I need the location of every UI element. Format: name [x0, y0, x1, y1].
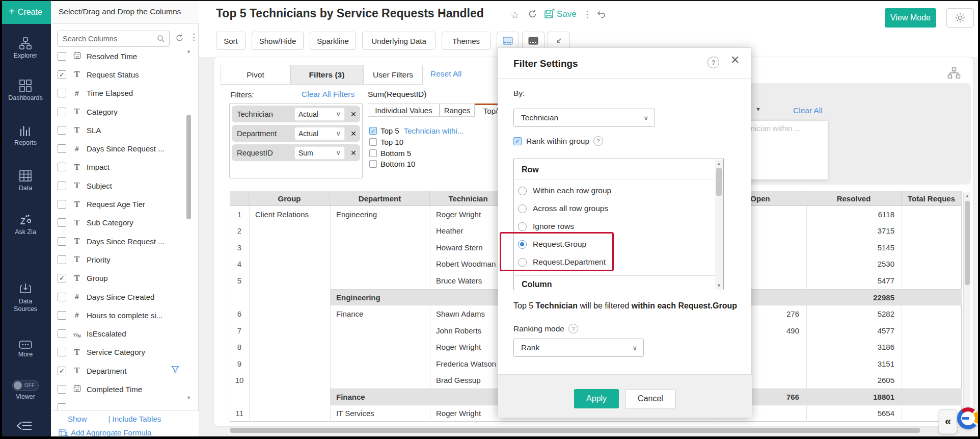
subtab-individual-values[interactable]: Individual Values: [368, 104, 440, 117]
sidebar-item-data[interactable]: Data: [0, 169, 51, 192]
modal-help-icon[interactable]: ?: [707, 57, 719, 68]
view-mode-button[interactable]: View Mode: [885, 8, 936, 28]
column-checkbox[interactable]: [58, 89, 66, 97]
column-item[interactable]: 17Resolved Time: [51, 47, 184, 65]
column-item[interactable]: TSubject: [51, 176, 184, 195]
column-item[interactable]: ✓TDepartment: [51, 361, 184, 380]
column-item[interactable]: TSub Category: [51, 214, 184, 232]
table-vertical-scrollbar[interactable]: ▲: [963, 192, 970, 422]
option-bottom-10[interactable]: Bottom 10: [369, 160, 415, 168]
column-checkbox[interactable]: [58, 403, 66, 410]
save-button[interactable]: * Save: [544, 9, 577, 20]
option-bottom-5[interactable]: Bottom 5: [369, 149, 411, 158]
cancel-button[interactable]: Cancel: [625, 389, 676, 408]
column-item[interactable]: 17Completed Time: [51, 380, 184, 398]
rank-within-group-checkbox[interactable]: ✓Rank within group?: [513, 136, 603, 146]
ranking-mode-select[interactable]: Rank∨: [513, 339, 644, 357]
column-checkbox[interactable]: [58, 182, 66, 190]
option-link[interactable]: Technician withi...: [404, 126, 464, 135]
toolbar-sort-button[interactable]: Sort: [216, 32, 246, 50]
refresh-icon[interactable]: [528, 9, 537, 21]
column-checkbox[interactable]: [58, 348, 66, 356]
column-checkbox[interactable]: [58, 293, 66, 301]
option-top-5[interactable]: ✓Top 5Technician withi...: [369, 126, 464, 135]
column-checkbox[interactable]: [58, 329, 66, 338]
column-item[interactable]: #Days Since Request ...: [51, 140, 184, 158]
rank-help-icon[interactable]: ?: [593, 136, 603, 146]
table-horizontal-scrollbar[interactable]: [230, 427, 962, 433]
reset-all-link[interactable]: Reset All: [430, 69, 461, 79]
column-item[interactable]: #Time Elapsed: [51, 84, 184, 102]
radio-ignore-rows[interactable]: Ignore rows: [518, 221, 574, 231]
sidebar-item-explorer[interactable]: Explorer: [0, 37, 51, 60]
chip-agg-select[interactable]: Actual∨: [294, 127, 345, 140]
tab-filters[interactable]: Filters (3): [290, 65, 363, 85]
sidebar-item-datasources[interactable]: DataSources: [0, 281, 51, 313]
column-checkbox[interactable]: [58, 385, 66, 394]
chip-agg-select[interactable]: Sum∨: [294, 146, 345, 160]
column-item[interactable]: TRequest Age Tier: [51, 195, 184, 213]
sidebar-item-more[interactable]: More: [0, 341, 51, 358]
collapse-rail-icon[interactable]: [15, 418, 35, 435]
apply-button[interactable]: Apply: [574, 389, 619, 408]
toolbar-sparkline-button[interactable]: Sparkline: [310, 32, 356, 50]
column-item[interactable]: TService Category: [51, 343, 184, 361]
columns-kebab-icon[interactable]: ⋮: [189, 32, 198, 42]
show-link[interactable]: Show: [68, 415, 87, 423]
column-checkbox[interactable]: [58, 108, 66, 116]
dropdown-caret-icon[interactable]: ▼: [755, 106, 761, 112]
sidebar-item-reports[interactable]: Reports: [0, 124, 51, 147]
undo-icon[interactable]: [596, 9, 606, 22]
by-select[interactable]: Technician∨: [513, 109, 655, 127]
column-item[interactable]: TDays Since Request ...: [51, 232, 184, 250]
include-tables-link[interactable]: | Include Tables: [108, 415, 161, 423]
column-item[interactable]: #Days Since Created: [51, 288, 184, 306]
hierarchy-icon[interactable]: [947, 67, 961, 81]
add-aggregate-row[interactable]: Σ Add Aggregate Formula: [51, 427, 199, 438]
filter-funnel-icon[interactable]: [171, 366, 179, 376]
sidebar-item-dashboards[interactable]: Dashboards: [0, 79, 51, 102]
radio-across-all-row-groups[interactable]: Across all row groups: [518, 203, 608, 214]
column-checkbox[interactable]: [58, 311, 66, 320]
column-checkbox[interactable]: [58, 144, 66, 153]
more-options-icon[interactable]: ⋮: [583, 9, 591, 20]
option-top-10[interactable]: Top 10: [369, 138, 403, 146]
column-checkbox[interactable]: [58, 255, 66, 264]
modal-close-icon[interactable]: ✕: [730, 54, 740, 67]
column-item[interactable]: TPriority: [51, 250, 184, 269]
column-checkbox[interactable]: [58, 218, 66, 227]
column-item[interactable]: [51, 399, 184, 410]
column-item[interactable]: ✓TGroup: [51, 269, 184, 288]
ranking-help-icon[interactable]: ?: [568, 324, 578, 333]
tab-pivot[interactable]: Pivot: [221, 65, 290, 85]
toolbar-show-hide-button[interactable]: Show/Hide: [252, 32, 304, 50]
column-checkbox[interactable]: [58, 126, 66, 135]
create-button[interactable]: + Create: [0, 0, 51, 24]
chip-remove-icon[interactable]: ✕: [350, 130, 357, 138]
column-item[interactable]: TCategory: [51, 102, 184, 121]
clear-all-filters-link[interactable]: Clear All Filters: [302, 90, 355, 99]
column-item[interactable]: TSLA: [51, 121, 184, 139]
column-item[interactable]: TImpact: [51, 158, 184, 176]
radio-request-group[interactable]: Request.Group: [518, 239, 586, 249]
favorite-star-icon[interactable]: ☆: [510, 9, 519, 21]
settings-button[interactable]: [946, 8, 974, 28]
column-checkbox[interactable]: ✓: [58, 70, 66, 79]
column-checkbox[interactable]: [58, 52, 66, 61]
chip-agg-select[interactable]: Actual∨: [294, 108, 345, 121]
chip-remove-icon[interactable]: ✕: [350, 149, 357, 157]
column-checkbox[interactable]: ✓: [58, 367, 66, 375]
radio-request-department[interactable]: Request.Department: [518, 257, 606, 267]
radio-within-each-row-group[interactable]: Within each row group: [518, 186, 611, 196]
collapse-panel-button[interactable]: «: [939, 409, 957, 434]
subtab-ranges[interactable]: Ranges: [440, 104, 475, 117]
panel-clear-all-link[interactable]: Clear All: [793, 106, 823, 115]
column-checkbox[interactable]: ✓: [58, 274, 66, 282]
columns-refresh-icon[interactable]: [175, 34, 184, 44]
columns-scrollbar[interactable]: ▲ ▼: [185, 48, 192, 400]
column-checkbox[interactable]: [58, 200, 66, 209]
column-checkbox[interactable]: [58, 237, 66, 246]
chip-remove-icon[interactable]: ✕: [350, 110, 357, 118]
viewer-toggle[interactable]: OFFViewer: [0, 380, 51, 401]
sidebar-item-askzia[interactable]: Ask Zia: [0, 214, 51, 236]
